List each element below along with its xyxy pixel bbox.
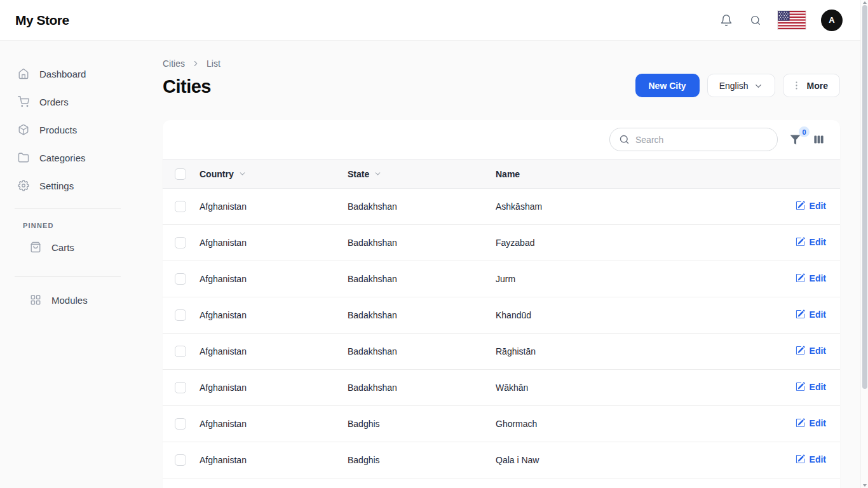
- cart-icon: [18, 96, 29, 107]
- filter-icon[interactable]: 0: [789, 133, 801, 146]
- table-row: Afghanistan Badakhshan Ashkāsham Edit: [163, 189, 840, 225]
- cell-state: Badakhshan: [348, 189, 496, 225]
- table-row: Afghanistan Badghis Qala i Naw Edit: [163, 442, 840, 478]
- table-header-row: Country State: [163, 159, 840, 189]
- pinned-section-label: PINNED: [23, 222, 163, 229]
- new-city-button[interactable]: New City: [635, 74, 700, 97]
- sidebar-item-products[interactable]: Products: [0, 116, 163, 144]
- column-header-country: Country: [200, 169, 234, 179]
- edit-label: Edit: [810, 382, 826, 392]
- bell-icon[interactable]: [719, 13, 733, 27]
- chevron-down-icon[interactable]: [374, 170, 382, 178]
- scrollbar-up-arrow[interactable]: [863, 1, 867, 4]
- edit-icon: [796, 201, 805, 210]
- cell-country: Afghanistan: [200, 406, 348, 442]
- edit-icon: [796, 382, 805, 391]
- more-button[interactable]: More: [783, 74, 840, 97]
- sidebar-item-label: Orders: [39, 97, 69, 107]
- cell-state: Badakhshan: [348, 334, 496, 370]
- gear-icon: [18, 180, 29, 191]
- row-checkbox[interactable]: [175, 346, 186, 357]
- scrollbar-thumb[interactable]: [862, 5, 867, 389]
- breadcrumb-list[interactable]: List: [207, 58, 220, 69]
- row-checkbox[interactable]: [175, 273, 186, 285]
- search-icon[interactable]: [749, 13, 763, 27]
- edit-icon: [796, 309, 805, 319]
- row-checkbox[interactable]: [175, 382, 186, 393]
- cell-state: Badghis: [348, 406, 496, 442]
- table-row: Afghanistan Badakhshan Fayzabad Edit: [163, 225, 840, 261]
- sidebar-item-modules[interactable]: Modules: [0, 286, 163, 314]
- page-scrollbar: [860, 0, 868, 488]
- edit-icon: [796, 346, 805, 355]
- sidebar-item-label: Modules: [51, 295, 88, 306]
- sidebar-item-label: Products: [39, 125, 77, 135]
- cell-country: Afghanistan: [200, 225, 348, 261]
- avatar[interactable]: A: [821, 10, 843, 31]
- column-header-state: State: [348, 169, 369, 179]
- cell-name: Rāghistān: [496, 334, 745, 370]
- chevron-down-icon[interactable]: [238, 170, 247, 178]
- cell-state: Badakhshan: [348, 261, 496, 297]
- edit-button[interactable]: Edit: [796, 418, 826, 428]
- cell-state: Badakhshan: [348, 297, 496, 334]
- page-actions: New City English More: [635, 74, 841, 97]
- edit-icon: [796, 418, 805, 428]
- row-checkbox[interactable]: [175, 418, 186, 430]
- chevron-right-icon: [191, 59, 200, 68]
- language-button[interactable]: English: [707, 74, 775, 97]
- edit-label: Edit: [810, 309, 826, 320]
- sidebar-item-carts[interactable]: Carts: [0, 233, 163, 261]
- kebab-icon: [791, 80, 802, 91]
- sidebar-item-settings[interactable]: Settings: [0, 172, 163, 200]
- table-row: Afghanistan Badakhshan Jurm Edit: [163, 261, 840, 297]
- chevron-down-icon: [754, 81, 763, 91]
- scrollbar-down-arrow[interactable]: [863, 484, 867, 487]
- select-all-checkbox[interactable]: [175, 168, 186, 180]
- header-actions: A: [719, 10, 843, 31]
- home-icon: [18, 68, 29, 79]
- edit-button[interactable]: Edit: [796, 346, 826, 356]
- edit-button[interactable]: Edit: [796, 382, 826, 392]
- row-checkbox[interactable]: [175, 309, 186, 321]
- edit-label: Edit: [810, 201, 826, 211]
- table-row: Afghanistan Badakhshan Rāghistān Edit: [163, 334, 840, 370]
- row-checkbox[interactable]: [175, 201, 186, 212]
- edit-button[interactable]: Edit: [796, 237, 826, 247]
- cell-name: Ashkāsham: [496, 189, 745, 225]
- main-content: Cities List Cities New City English: [163, 41, 868, 488]
- row-checkbox[interactable]: [175, 454, 186, 466]
- sidebar-item-orders[interactable]: Orders: [0, 88, 163, 116]
- sidebar-divider: [15, 208, 121, 209]
- breadcrumb-cities[interactable]: Cities: [163, 58, 185, 69]
- table-row: Afghanistan Badakhshan Khandūd Edit: [163, 297, 840, 334]
- edit-label: Edit: [810, 237, 826, 247]
- cell-name: Fayzabad: [496, 225, 745, 261]
- column-header-name: Name: [496, 169, 520, 179]
- page-title: Cities: [163, 76, 211, 97]
- edit-icon: [796, 273, 805, 283]
- sidebar-item-label: Categories: [39, 152, 86, 163]
- more-label: More: [807, 81, 828, 91]
- edit-button[interactable]: Edit: [796, 273, 826, 283]
- sidebar-item-dashboard[interactable]: Dashboard: [0, 60, 163, 88]
- us-flag[interactable]: [778, 11, 806, 29]
- search-input[interactable]: [635, 135, 768, 145]
- cell-name: Qala i Naw: [496, 442, 745, 478]
- cell-country: Afghanistan: [200, 334, 348, 370]
- edit-button[interactable]: Edit: [796, 309, 826, 320]
- row-checkbox[interactable]: [175, 237, 186, 248]
- columns-icon[interactable]: [813, 133, 825, 146]
- folder-icon: [18, 152, 29, 163]
- search-icon: [619, 134, 630, 145]
- cell-country: Afghanistan: [200, 261, 348, 297]
- table-row: Afghanistan Badakhshan Wākhān Edit: [163, 370, 840, 406]
- edit-button[interactable]: Edit: [796, 454, 826, 464]
- sidebar-item-categories[interactable]: Categories: [0, 144, 163, 172]
- edit-button[interactable]: Edit: [796, 201, 826, 211]
- cities-table: Country State: [163, 159, 840, 478]
- app-logo[interactable]: My Store: [15, 13, 69, 28]
- edit-icon: [796, 454, 805, 464]
- cell-name: Ghormach: [496, 406, 745, 442]
- cell-country: Afghanistan: [200, 442, 348, 478]
